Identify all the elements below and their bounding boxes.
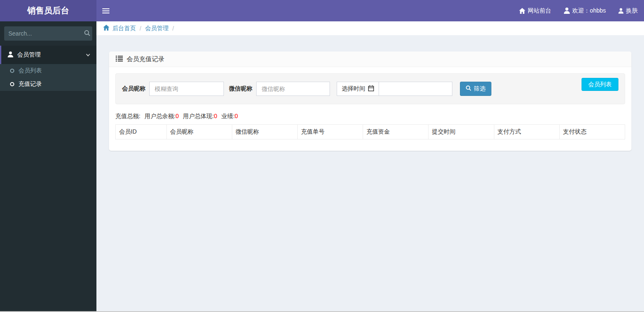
nav-site-front[interactable]: 网站前台 — [513, 0, 558, 21]
sidebar-item-label: 会员管理 — [17, 51, 41, 59]
nav-welcome-label: 欢迎：ohbbs — [572, 7, 606, 15]
sidebar-item-member-list[interactable]: 会员列表 — [0, 64, 96, 77]
wechat-nickname-input[interactable] — [256, 82, 330, 96]
app-title: 销售员后台 — [27, 5, 69, 16]
panel-title: 会员充值记录 — [127, 55, 164, 63]
time-picker-group: 选择时间 — [337, 82, 452, 96]
sidebar-item-recharge-records[interactable]: 充值记录 — [0, 77, 96, 91]
col-member-nickname: 会员昵称 — [166, 125, 232, 139]
performance-label: 业绩: — [221, 113, 235, 119]
filter-row: 会员昵称 微信昵称 选择时间 — [122, 82, 618, 96]
col-wechat-nickname: 微信昵称 — [232, 125, 297, 139]
filter-button[interactable]: 筛选 — [460, 82, 491, 96]
col-recharge-amount: 充值资金 — [363, 125, 428, 139]
time-picker-addon[interactable]: 选择时间 — [337, 82, 379, 96]
filter-well: 会员列表 会员昵称 微信昵称 选择时间 — [115, 73, 625, 104]
circle-o-icon — [10, 82, 14, 86]
app-logo[interactable]: 销售员后台 — [0, 0, 96, 21]
user-withdraw-label: 用户总体现: — [183, 113, 214, 119]
col-payment-method: 支付方式 — [494, 125, 559, 139]
recharge-records-panel: 会员充值记录 会员列表 会员昵称 微信昵称 选择时间 — [109, 52, 631, 151]
breadcrumb-home-link[interactable]: 后台首页 — [103, 25, 136, 32]
breadcrumb-section-link[interactable]: 会员管理 — [145, 25, 169, 32]
home-icon — [519, 8, 525, 14]
recharge-total-label: 充值总额: — [115, 113, 140, 119]
sidebar: 会员管理 会员列表 充值记录 — [0, 21, 96, 312]
member-nickname-label: 会员昵称 — [122, 85, 145, 93]
recharge-records-table: 会员ID 会员昵称 微信昵称 充值单号 充值资金 提交时间 支付方式 支付状态 — [115, 124, 625, 139]
page-background: 会员充值记录 会员列表 会员昵称 微信昵称 选择时间 — [96, 35, 644, 312]
sidebar-item-member-management[interactable]: 会员管理 — [0, 46, 96, 64]
breadcrumb: 后台首页 / 会员管理 / — [96, 21, 644, 35]
sidebar-menu: 会员管理 会员列表 充值记录 — [0, 46, 96, 91]
user-icon — [618, 8, 623, 14]
nav-change-skin-label: 换肤 — [626, 7, 638, 15]
user-icon — [8, 52, 13, 59]
table-header-row: 会员ID 会员昵称 微信昵称 充值单号 充值资金 提交时间 支付方式 支付状态 — [116, 125, 625, 139]
search-icon — [466, 85, 471, 92]
home-icon — [103, 25, 109, 32]
member-list-button[interactable]: 会员列表 — [582, 78, 618, 91]
user-balance-value: 0 — [176, 113, 179, 119]
time-input[interactable] — [379, 82, 452, 96]
member-nickname-input[interactable] — [149, 82, 224, 96]
main-content: 后台首页 / 会员管理 / 会员充值 — [96, 21, 644, 312]
hamburger-icon[interactable] — [102, 0, 119, 21]
panel-body: 会员列表 会员昵称 微信昵称 选择时间 — [109, 67, 631, 146]
top-bar: 销售员后台 网站前台 欢迎：ohbbs 换肤 — [0, 0, 644, 21]
search-button[interactable] — [84, 30, 90, 37]
user-balance-label: 用户总余额: — [145, 113, 176, 119]
user-withdraw-value: 0 — [214, 113, 217, 119]
sidebar-subitem-label: 会员列表 — [18, 67, 42, 75]
sidebar-subitem-label: 充值记录 — [18, 80, 42, 88]
breadcrumb-separator: / — [172, 25, 174, 32]
col-submit-time: 提交时间 — [428, 125, 494, 139]
search-input[interactable] — [8, 30, 84, 37]
wechat-nickname-label: 微信昵称 — [229, 85, 252, 93]
panel-header: 会员充值记录 — [109, 52, 631, 67]
chevron-down-icon — [86, 54, 90, 57]
navbar: 网站前台 欢迎：ohbbs 换肤 — [96, 0, 644, 21]
list-icon — [116, 56, 123, 63]
col-member-id: 会员ID — [116, 125, 167, 139]
breadcrumb-separator: / — [140, 25, 141, 32]
col-recharge-order-no: 充值单号 — [297, 125, 363, 139]
nav-welcome[interactable]: 欢迎：ohbbs — [558, 0, 612, 21]
user-icon — [564, 8, 570, 14]
circle-o-icon — [10, 69, 14, 73]
nav-site-front-label: 网站前台 — [528, 7, 551, 15]
col-payment-status: 支付状态 — [559, 125, 625, 139]
search-icon — [84, 30, 90, 37]
sidebar-search — [4, 26, 92, 41]
nav-change-skin[interactable]: 换肤 — [612, 0, 644, 21]
calendar-icon — [368, 85, 374, 93]
sidebar-submenu: 会员列表 充值记录 — [0, 64, 96, 91]
performance-value: 0 — [235, 113, 238, 119]
stats-summary: 充值总额: 用户总余额:0 用户总体现:0 业绩:0 — [115, 113, 625, 120]
navbar-right: 网站前台 欢迎：ohbbs 换肤 — [513, 0, 644, 21]
